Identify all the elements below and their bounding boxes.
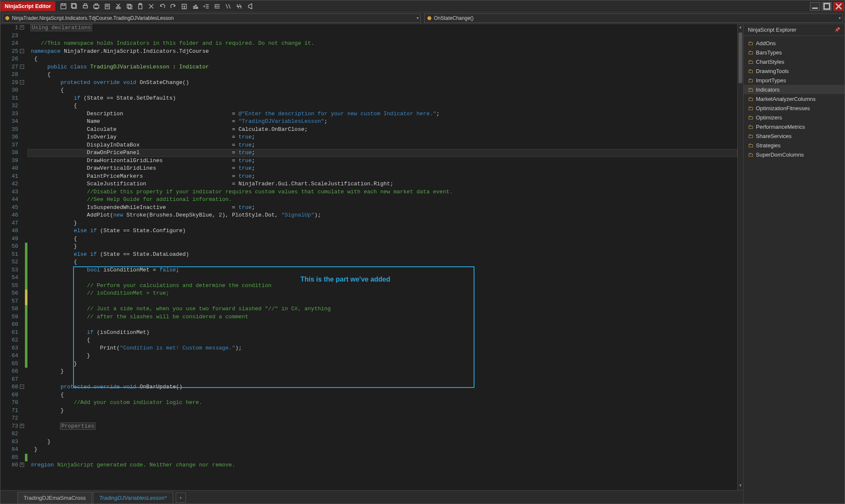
- code-line[interactable]: DrawVerticalGridLines = true;: [27, 165, 737, 173]
- code-line[interactable]: [27, 32, 737, 40]
- code-line[interactable]: else if (State == State.Configure): [27, 227, 737, 235]
- build-icon[interactable]: [190, 1, 201, 12]
- explorer-node[interactable]: 🗀Indicators: [744, 85, 845, 94]
- explorer-node[interactable]: 🗀ShareServices: [744, 131, 845, 141]
- explorer-node[interactable]: 🗀PerformanceMetrics: [744, 122, 845, 131]
- cut-icon[interactable]: [113, 1, 124, 12]
- code-line[interactable]: DrawHorizontalGridLines = true;: [27, 157, 737, 165]
- code-line[interactable]: // Perform your calculations and determi…: [27, 282, 737, 290]
- print-preview-icon[interactable]: [91, 1, 102, 12]
- code-line[interactable]: [27, 454, 737, 462]
- code-line[interactable]: else if (State == State.DataLoaded): [27, 251, 737, 259]
- code-line[interactable]: // Just a side note, when you use two fo…: [27, 305, 737, 313]
- code-line[interactable]: Properties: [27, 423, 737, 431]
- explorer-node[interactable]: 🗀BarsTypes: [744, 48, 845, 57]
- fold-expand-icon[interactable]: +: [20, 25, 24, 30]
- vertical-scrollbar[interactable]: ▲ ▼: [737, 24, 743, 490]
- scroll-down-icon[interactable]: ▼: [738, 483, 743, 489]
- explorer-node[interactable]: 🗀DrawingTools: [744, 66, 845, 76]
- code-line[interactable]: {: [27, 55, 737, 63]
- code-line[interactable]: //Add your custom indicator logic here.: [27, 399, 737, 407]
- code-line[interactable]: Name = "TradingDJVariablesLesson";: [27, 118, 737, 126]
- code-line[interactable]: protected override void OnStateChange(): [27, 79, 737, 87]
- indent-icon[interactable]: [212, 1, 223, 12]
- pin-icon[interactable]: 📌: [834, 27, 840, 33]
- code-line[interactable]: //This namespace holds Indicators in thi…: [27, 40, 737, 48]
- code-line[interactable]: #region NinjaScript generated code. Neit…: [27, 461, 737, 469]
- uncomment-icon[interactable]: [234, 1, 245, 12]
- scroll-up-icon[interactable]: ▲: [738, 25, 743, 31]
- code-line[interactable]: ScaleJustification = NinjaTrader.Gui.Cha…: [27, 180, 737, 188]
- fold-expand-icon[interactable]: +: [20, 463, 24, 467]
- clipboard-icon[interactable]: [135, 1, 146, 12]
- comment-icon[interactable]: [223, 1, 234, 12]
- copy-icon[interactable]: [124, 1, 135, 12]
- code-line[interactable]: // after the slashes will be considered …: [27, 313, 737, 321]
- fold-collapse-icon[interactable]: -: [20, 65, 24, 69]
- print-icon[interactable]: [80, 1, 91, 12]
- code-area[interactable]: 1+232425-2627-2829-303132333435363738394…: [0, 24, 743, 490]
- code-line[interactable]: IsSuspendedWhileInactive = true;: [27, 204, 737, 212]
- redo-icon[interactable]: [168, 1, 179, 12]
- code-line[interactable]: public class TradingDJVariablesLesson : …: [27, 63, 737, 71]
- code-line[interactable]: AddPlot(new Stroke(Brushes.DeepSkyBlue, …: [27, 211, 737, 219]
- explorer-node[interactable]: 🗀Strategies: [744, 141, 845, 150]
- document-tab[interactable]: TradingDJVariablesLesson*: [93, 492, 173, 504]
- code-content[interactable]: Using declarations //This namespace hold…: [27, 24, 737, 490]
- code-line[interactable]: [27, 298, 737, 306]
- code-line[interactable]: {: [27, 336, 737, 344]
- close-button[interactable]: [834, 2, 844, 11]
- code-line[interactable]: Calculate = Calculate.OnBarClose;: [27, 126, 737, 134]
- method-combo[interactable]: ⬣ OnStateChange() ▾: [424, 14, 843, 23]
- explorer-node[interactable]: 🗀ImportTypes: [744, 76, 845, 85]
- code-line[interactable]: {: [27, 258, 737, 266]
- namespace-combo[interactable]: ⬢ NinjaTrader.NinjaScript.Indicators.Tdj…: [2, 14, 421, 23]
- undo-icon[interactable]: [157, 1, 168, 12]
- fold-collapse-icon[interactable]: -: [20, 385, 24, 389]
- explorer-node[interactable]: 🗀AddOns: [744, 38, 845, 48]
- fold-expand-icon[interactable]: +: [20, 424, 24, 428]
- code-line[interactable]: {: [27, 102, 737, 110]
- fold-collapse-icon[interactable]: -: [20, 49, 24, 53]
- code-line[interactable]: {: [27, 391, 737, 399]
- document-tab[interactable]: TradingDJEmaSmaCross: [17, 492, 92, 504]
- explorer-node[interactable]: 🗀OptimizationFitnesses: [744, 103, 845, 113]
- scrollbar-thumb[interactable]: [739, 33, 742, 83]
- code-line[interactable]: }: [27, 407, 737, 415]
- code-line[interactable]: [27, 415, 737, 423]
- explorer-node[interactable]: 🗀SuperDomColumns: [744, 150, 845, 159]
- code-line[interactable]: namespace NinjaTrader.NinjaScript.Indica…: [27, 48, 737, 56]
- paste-icon[interactable]: [102, 1, 113, 12]
- code-line[interactable]: }: [27, 368, 737, 376]
- code-line[interactable]: }: [27, 243, 737, 251]
- code-line[interactable]: IsOverlay = true;: [27, 133, 737, 141]
- code-line[interactable]: }: [27, 438, 737, 446]
- code-line[interactable]: }: [27, 360, 737, 368]
- code-line[interactable]: [27, 376, 737, 384]
- code-line[interactable]: }: [27, 352, 737, 360]
- code-line[interactable]: DisplayInDataBox = true;: [27, 141, 737, 149]
- code-line[interactable]: DrawOnPricePanel = true;: [27, 149, 737, 157]
- delete-icon[interactable]: [146, 1, 157, 12]
- code-line[interactable]: Print("Condition is met! Custom message.…: [27, 344, 737, 352]
- code-line[interactable]: // isConditionMet = true;: [27, 290, 737, 298]
- code-line[interactable]: }: [27, 446, 737, 454]
- outdent-icon[interactable]: [201, 1, 212, 12]
- code-line[interactable]: if (State == State.SetDefaults): [27, 95, 737, 103]
- visualstudio-icon[interactable]: [245, 1, 256, 12]
- code-line[interactable]: PaintPriceMarkers = true;: [27, 173, 737, 181]
- maximize-button[interactable]: [822, 2, 832, 11]
- export-icon[interactable]: [179, 1, 190, 12]
- code-line[interactable]: {: [27, 87, 737, 95]
- code-line[interactable]: //See Help Guide for additional informat…: [27, 196, 737, 204]
- explorer-node[interactable]: 🗀MarketAnalyzerColumns: [744, 94, 845, 103]
- save-all-icon[interactable]: [69, 1, 80, 12]
- code-line[interactable]: {: [27, 235, 737, 243]
- code-line[interactable]: [27, 274, 737, 282]
- code-line[interactable]: Description = @"Enter the description fo…: [27, 110, 737, 118]
- code-line[interactable]: if (isConditionMet): [27, 329, 737, 337]
- code-line[interactable]: bool isConditionMet = false;: [27, 266, 737, 274]
- code-line[interactable]: protected override void OnBarUpdate(): [27, 383, 737, 391]
- code-line[interactable]: [27, 430, 737, 438]
- code-line[interactable]: }: [27, 219, 737, 228]
